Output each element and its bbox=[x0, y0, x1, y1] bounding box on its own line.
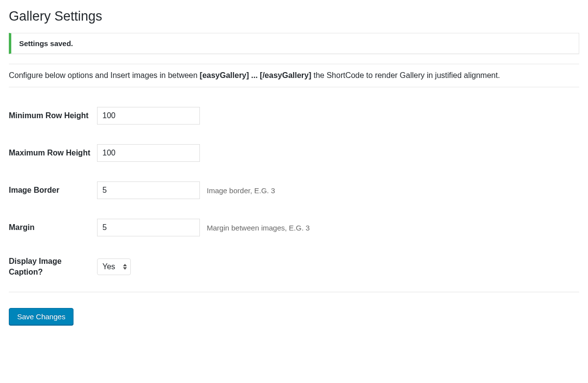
label-margin: Margin bbox=[9, 222, 97, 233]
notice-success: Settings saved. bbox=[9, 33, 579, 54]
select-display-caption[interactable]: Yes bbox=[97, 258, 131, 275]
input-max-row-height[interactable] bbox=[97, 144, 200, 162]
label-max-row-height: Maximum Row Height bbox=[9, 148, 97, 158]
desc-dots: ... bbox=[249, 71, 260, 79]
shortcode-close: [/easyGallery] bbox=[260, 71, 311, 79]
input-margin[interactable] bbox=[97, 219, 200, 236]
shortcode-open: [easyGallery] bbox=[200, 71, 249, 79]
field-display-caption: Display Image Caption? Yes bbox=[9, 246, 579, 287]
label-image-border: Image Border bbox=[9, 185, 97, 196]
field-min-row-height: Minimum Row Height bbox=[9, 97, 579, 134]
input-min-row-height[interactable] bbox=[97, 107, 200, 125]
desc-before: Configure below options and Insert image… bbox=[9, 71, 200, 79]
settings-form: Minimum Row Height Maximum Row Height Im… bbox=[9, 87, 579, 325]
desc-after: the ShortCode to render Gallery in justi… bbox=[311, 71, 500, 79]
settings-description: Configure below options and Insert image… bbox=[9, 64, 579, 87]
hint-image-border: Image border, E.G. 3 bbox=[207, 186, 275, 195]
field-max-row-height: Maximum Row Height bbox=[9, 134, 579, 172]
hint-margin: Margin between images, E.G. 3 bbox=[207, 224, 310, 232]
notice-message: Settings saved. bbox=[19, 39, 571, 48]
label-min-row-height: Minimum Row Height bbox=[9, 110, 97, 121]
save-changes-button[interactable]: Save Changes bbox=[9, 308, 74, 325]
page-title: Gallery Settings bbox=[9, 9, 579, 24]
input-image-border[interactable] bbox=[97, 181, 200, 199]
field-margin: Margin Margin between images, E.G. 3 bbox=[9, 209, 579, 246]
field-image-border: Image Border Image border, E.G. 3 bbox=[9, 172, 579, 209]
label-display-caption: Display Image Caption? bbox=[9, 256, 97, 277]
